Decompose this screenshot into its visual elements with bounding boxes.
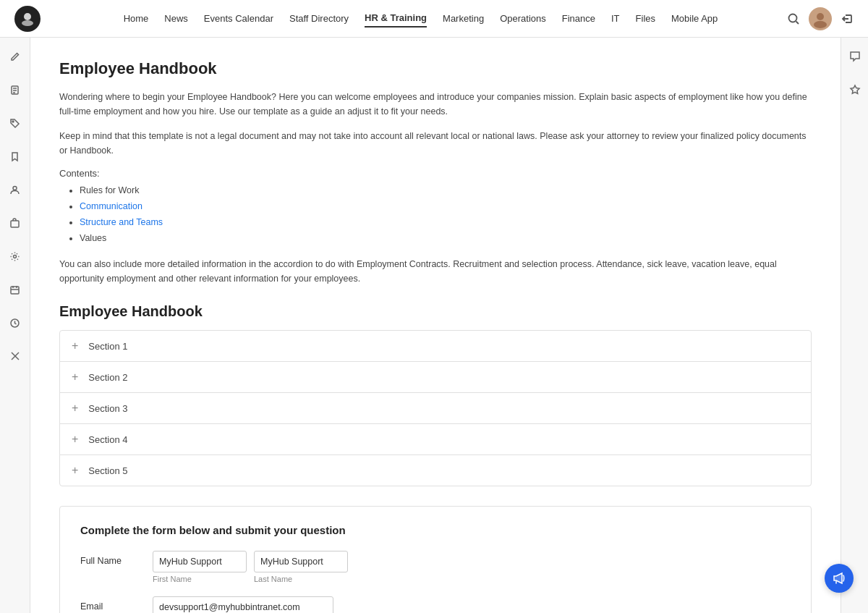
svg-point-1 (22, 20, 33, 26)
expand-icon: + (72, 371, 78, 384)
email-label: Email (80, 596, 153, 612)
right-sidebar (841, 38, 868, 613)
expand-icon: + (72, 339, 78, 352)
section-title: Employee Handbook (59, 303, 812, 320)
email-row: Email (80, 596, 791, 613)
left-sidebar (0, 38, 30, 613)
nav-staff-directory[interactable]: Staff Directory (289, 10, 349, 27)
first-name-wrap: First Name (153, 551, 247, 583)
form-title: Complete the form below and submit your … (80, 524, 791, 536)
sidebar-clock-icon[interactable] (5, 313, 25, 333)
nav-hr-training[interactable]: HR & Training (365, 9, 427, 28)
sidebar-bookmark-icon[interactable] (5, 146, 25, 166)
contents-list: Rules for Work Communication Structure a… (59, 183, 812, 245)
structure-teams-link[interactable]: Structure and Teams (80, 217, 163, 227)
svg-point-2 (789, 14, 797, 22)
last-name-wrap: Last Name (254, 551, 348, 583)
sidebar-calendar-icon[interactable] (5, 279, 25, 300)
expand-icon: + (72, 402, 78, 415)
svg-point-0 (24, 13, 31, 20)
list-item: Communication (80, 199, 812, 214)
accordion-section-4[interactable]: + Section 4 (59, 423, 812, 455)
full-name-label: Full Name (80, 551, 153, 566)
sidebar-settings-icon[interactable] (5, 246, 25, 266)
nav-files[interactable]: Files (636, 10, 655, 27)
first-name-sublabel: First Name (153, 575, 247, 583)
top-nav: Home News Events Calendar Staff Director… (0, 0, 868, 38)
right-chat-icon[interactable] (845, 46, 865, 67)
sidebar-person-icon[interactable] (5, 179, 25, 200)
nav-finance[interactable]: Finance (562, 10, 595, 27)
megaphone-fab[interactable] (825, 564, 854, 593)
logo-image (14, 6, 41, 32)
last-name-sublabel: Last Name (254, 575, 348, 583)
svg-point-4 (817, 13, 824, 20)
avatar[interactable] (809, 7, 832, 30)
sidebar-tag-icon[interactable] (5, 113, 25, 133)
last-name-input[interactable] (254, 551, 348, 572)
logout-button[interactable] (841, 12, 854, 25)
nav-home[interactable]: Home (124, 10, 149, 27)
accordion-section-5[interactable]: + Section 5 (59, 455, 812, 486)
full-name-row: Full Name First Name Last Name (80, 551, 791, 586)
intro-text: Wondering where to begin your Employee H… (59, 90, 812, 119)
nav-marketing[interactable]: Marketing (443, 10, 484, 27)
warning-text: Keep in mind that this template is not a… (59, 129, 812, 158)
accordion-section-2[interactable]: + Section 2 (59, 361, 812, 393)
nav-mobile-app[interactable]: Mobile App (671, 10, 718, 27)
expand-icon: + (72, 464, 78, 477)
svg-point-11 (13, 186, 17, 190)
page-title: Employee Handbook (59, 59, 812, 78)
list-item: Structure and Teams (80, 215, 812, 229)
communication-link[interactable]: Communication (80, 201, 142, 211)
main-content: Employee Handbook Wondering where to beg… (30, 38, 841, 613)
expand-icon: + (72, 433, 78, 446)
nav-operations[interactable]: Operations (500, 10, 546, 27)
accordion-label: Section 4 (88, 434, 127, 445)
accordion-label: Section 2 (88, 372, 127, 383)
accordion-label: Section 1 (88, 341, 127, 352)
svg-point-13 (14, 255, 17, 258)
list-item: Rules for Work (80, 183, 812, 198)
nav-links: Home News Events Calendar Staff Director… (54, 9, 787, 28)
sidebar-edit-icon[interactable] (5, 46, 25, 67)
svg-rect-14 (11, 287, 19, 294)
first-name-input[interactable] (153, 551, 247, 572)
nav-right (787, 7, 854, 30)
list-item: Values (80, 231, 812, 245)
right-star-icon[interactable] (845, 80, 865, 100)
email-field-wrap (153, 596, 791, 613)
accordion-section-3[interactable]: + Section 3 (59, 392, 812, 424)
nav-news[interactable]: News (164, 10, 188, 27)
svg-point-5 (814, 21, 827, 28)
svg-line-3 (796, 21, 799, 24)
search-button[interactable] (787, 12, 800, 25)
nav-it[interactable]: IT (611, 10, 620, 27)
svg-point-10 (12, 121, 14, 122)
sidebar-package-icon[interactable] (5, 213, 25, 233)
accordion-label: Section 5 (88, 465, 127, 476)
email-input[interactable] (153, 596, 333, 613)
contents-label: Contents: (59, 168, 812, 179)
accordion-label: Section 3 (88, 403, 127, 414)
sidebar-page-icon[interactable] (5, 80, 25, 100)
sidebar-close-icon[interactable] (5, 346, 25, 366)
detail-text: You can also include more detailed infor… (59, 257, 812, 286)
nav-events-calendar[interactable]: Events Calendar (204, 10, 273, 27)
accordion: + Section 1 + Section 2 + Section 3 + Se… (59, 330, 812, 486)
full-name-field: First Name Last Name (153, 551, 791, 586)
accordion-section-1[interactable]: + Section 1 (59, 330, 812, 362)
question-form: Complete the form below and submit your … (59, 506, 812, 613)
logo[interactable] (14, 6, 54, 32)
svg-rect-12 (11, 221, 19, 227)
